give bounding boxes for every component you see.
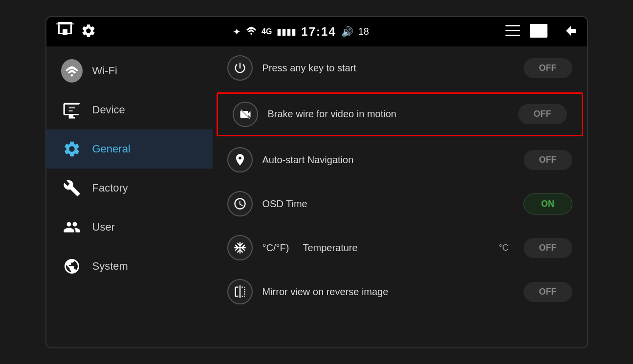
osd-time-toggle[interactable]: ON <box>524 193 572 214</box>
main-content: Wi-Fi Device <box>46 46 587 347</box>
osd-time-label: OSD Time <box>262 198 514 210</box>
temperature-toggle[interactable]: OFF <box>524 238 572 258</box>
temperature-label: Temperature <box>303 242 489 254</box>
volume-icon: 🔊 <box>341 26 353 38</box>
window-icon[interactable] <box>530 24 547 40</box>
sidebar-label-general: General <box>92 143 131 155</box>
content-panel: Press any key to start OFF Brake wire fo… <box>213 46 587 347</box>
user-icon <box>61 216 83 238</box>
device-frame: ✦ 4G ▮▮▮▮ 17:14 🔊 18 <box>45 16 588 348</box>
snowflake-icon <box>227 235 253 260</box>
svg-point-6 <box>250 33 252 35</box>
bluetooth-icon: ✦ <box>233 26 241 38</box>
mirror-toggle[interactable]: OFF <box>524 282 572 302</box>
setting-row-mirror: Mirror view on reverse image OFF <box>213 270 587 314</box>
svg-point-12 <box>70 74 73 77</box>
press-key-toggle[interactable]: OFF <box>524 58 572 78</box>
brake-wire-label: Brake wire for video in motion <box>268 108 508 120</box>
home-icon[interactable] <box>56 22 74 41</box>
auto-nav-toggle[interactable]: OFF <box>524 150 572 170</box>
sidebar-item-factory[interactable]: Factory <box>46 169 213 208</box>
general-gear-icon <box>61 138 83 160</box>
mirror-icon <box>227 279 253 304</box>
svg-rect-1 <box>56 23 74 24</box>
settings-small-icon[interactable] <box>81 23 96 41</box>
status-right <box>505 24 577 40</box>
volume-level: 18 <box>358 26 369 37</box>
sidebar-label-wifi: Wi-Fi <box>92 64 117 77</box>
sidebar-item-user[interactable]: User <box>46 208 213 247</box>
navigation-icon <box>227 147 253 172</box>
sidebar-label-device: Device <box>92 104 125 116</box>
signal-bars-icon: ▮▮▮▮ <box>277 26 296 37</box>
brake-icon <box>233 102 258 127</box>
4g-icon: 4G <box>262 27 272 36</box>
menu-icon[interactable] <box>505 25 520 39</box>
sidebar-item-system[interactable]: System <box>46 247 213 286</box>
factory-icon <box>61 177 83 199</box>
status-center: ✦ 4G ▮▮▮▮ 17:14 🔊 18 <box>233 25 369 39</box>
wifi-signal-icon <box>246 26 257 37</box>
svg-rect-8 <box>505 30 520 31</box>
system-globe-icon <box>61 256 83 277</box>
status-left <box>56 22 96 41</box>
setting-row-auto-nav: Auto-start Navigation OFF <box>213 138 587 182</box>
setting-row-osd-time: OSD Time ON <box>213 182 587 226</box>
sidebar-item-device[interactable]: Device <box>46 90 213 129</box>
device-icon <box>61 99 83 121</box>
auto-nav-label: Auto-start Navigation <box>262 154 514 166</box>
power-icon <box>227 55 253 81</box>
time-display: 17:14 <box>301 25 336 39</box>
sidebar: Wi-Fi Device <box>46 46 213 347</box>
wifi-avatar <box>61 60 83 82</box>
svg-rect-11 <box>533 26 545 35</box>
setting-row-temperature: °C/°F) Temperature °C OFF <box>213 226 587 270</box>
status-bar: ✦ 4G ▮▮▮▮ 17:14 🔊 18 <box>46 17 587 46</box>
setting-row-press-key: Press any key to start OFF <box>213 46 587 90</box>
sidebar-label-factory: Factory <box>92 182 128 194</box>
sidebar-label-user: User <box>92 221 115 234</box>
svg-rect-0 <box>58 22 72 23</box>
temperature-prefix: °C/°F) <box>262 242 289 254</box>
svg-rect-13 <box>68 107 75 108</box>
brake-wire-toggle[interactable]: OFF <box>518 104 567 124</box>
mirror-label: Mirror view on reverse image <box>262 286 514 298</box>
press-key-label: Press any key to start <box>262 63 514 74</box>
setting-row-brake-wire: Brake wire for video in motion OFF <box>217 92 583 136</box>
svg-rect-14 <box>68 110 72 111</box>
svg-rect-7 <box>505 25 520 26</box>
svg-rect-5 <box>63 29 67 35</box>
sidebar-label-system: System <box>92 260 128 273</box>
svg-rect-9 <box>505 35 520 36</box>
clock-icon <box>227 191 253 216</box>
sidebar-item-wifi[interactable]: Wi-Fi <box>46 51 213 90</box>
temperature-unit: °C <box>499 243 508 253</box>
sidebar-item-general[interactable]: General <box>46 129 213 169</box>
back-icon[interactable] <box>557 24 577 40</box>
